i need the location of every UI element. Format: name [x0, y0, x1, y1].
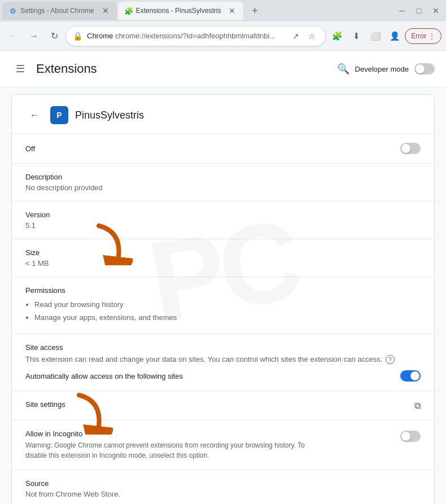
- close-button[interactable]: ✕: [428, 3, 444, 19]
- version-value: 5.1: [25, 221, 421, 230]
- star-icon[interactable]: ☆: [305, 29, 318, 43]
- extension-detail-panel: ← P PinusSylvestris Off Description No d…: [11, 94, 435, 504]
- toolbar-right: 🧩 ⬇ ⬜ 👤 Error ⋮: [328, 27, 441, 45]
- error-label: Error: [411, 32, 426, 40]
- developer-mode-label: Developer mode: [355, 65, 409, 73]
- site-access-row: Site access This extension can read and …: [12, 334, 434, 392]
- allow-incognito-label: Allow in Incognito: [25, 430, 389, 438]
- external-link-icon[interactable]: ⧉: [414, 401, 421, 411]
- share-icon[interactable]: ↗: [289, 29, 303, 43]
- developer-mode-toggle[interactable]: [414, 63, 435, 74]
- allow-incognito-warning: Warning: Google Chrome cannot prevent ex…: [25, 440, 308, 461]
- permissions-row: Permissions Read your browsing history M…: [12, 277, 434, 334]
- maximize-button[interactable]: □: [411, 3, 427, 19]
- incognito-row: Allow in Incognito Warning: Google Chrom…: [12, 420, 434, 470]
- main-panel: ← P PinusSylvestris Off Description No d…: [0, 87, 446, 504]
- tab-layout-icon[interactable]: ⬜: [366, 27, 384, 45]
- size-label: Size: [25, 248, 421, 257]
- tab-extensions-close[interactable]: ✕: [228, 6, 237, 15]
- extension-icon: P: [50, 106, 68, 124]
- minimize-button[interactable]: ─: [394, 3, 410, 19]
- permissions-label: Permissions: [25, 286, 421, 295]
- site-settings-row[interactable]: Site settings ⧉: [12, 391, 434, 420]
- extensions-favicon: 🧩: [125, 7, 133, 15]
- extension-name: PinusSylvestris: [75, 109, 144, 121]
- source-row: Source Not from Chrome Web Store.: [12, 470, 434, 504]
- tab-settings[interactable]: ⚙ Settings - About Chrome ✕: [2, 2, 117, 20]
- site-settings-label: Site settings: [25, 400, 65, 409]
- extensions-header: ☰ Extensions 🔍 Developer mode: [0, 51, 446, 87]
- permissions-list: Read your browsing history Manage your a…: [25, 298, 421, 325]
- source-label: Source: [25, 479, 421, 488]
- window-controls: ─ □ ✕: [394, 3, 444, 19]
- url-path: chrome://extensions/?id=adhfeophhbmlmafd…: [115, 32, 276, 40]
- allow-incognito-toggle[interactable]: [400, 431, 421, 442]
- tab-settings-close[interactable]: ✕: [101, 6, 110, 15]
- omnibox-actions: ↗ ☆: [289, 29, 318, 43]
- url-domain: Chrome: [87, 32, 113, 40]
- forward-button[interactable]: →: [25, 27, 43, 45]
- search-icon[interactable]: 🔍: [337, 63, 349, 75]
- tab-extensions-label: Extensions - PinusSylvestris: [136, 7, 221, 15]
- help-icon[interactable]: ?: [386, 355, 395, 364]
- description-row: Description No description provided: [12, 164, 434, 201]
- extension-enabled-toggle[interactable]: [400, 143, 421, 154]
- size-value: < 1 MB: [25, 259, 421, 268]
- settings-favicon: ⚙: [9, 7, 17, 15]
- content-area[interactable]: ← P PinusSylvestris Off Description No d…: [0, 87, 446, 504]
- site-access-description: This extension can read and change your …: [25, 354, 421, 365]
- omnibox[interactable]: 🔒 Chrome chrome://extensions/?id=adhfeop…: [65, 26, 326, 46]
- page-content: ☰ Extensions 🔍 Developer mode ← P PinusS…: [0, 51, 446, 504]
- site-access-label: Site access: [25, 343, 421, 352]
- off-label: Off: [25, 144, 35, 153]
- header-right: 🔍 Developer mode: [337, 63, 435, 75]
- error-more-icon: ⋮: [428, 32, 435, 40]
- new-tab-button[interactable]: +: [247, 3, 263, 19]
- address-bar: ← → ↻ 🔒 Chrome chrome://extensions/?id=a…: [0, 21, 446, 51]
- permission-item-2: Manage your apps, extensions, and themes: [34, 311, 421, 324]
- title-bar: ⚙ Settings - About Chrome ✕ 🧩 Extensions…: [0, 0, 446, 21]
- description-label: Description: [25, 173, 421, 181]
- size-row: Size < 1 MB: [12, 239, 434, 277]
- source-value: Not from Chrome Web Store.: [25, 490, 421, 498]
- extension-header-row: ← P PinusSylvestris: [12, 95, 434, 134]
- description-value: No description provided: [25, 183, 421, 192]
- lock-icon: 🔒: [73, 32, 82, 41]
- url-display: Chrome chrome://extensions/?id=adhfeophh…: [87, 32, 285, 40]
- auto-allow-label: Automatically allow access on the follow…: [25, 372, 183, 380]
- version-label: Version: [25, 211, 421, 219]
- version-row: Version 5.1: [12, 201, 434, 239]
- enabled-row: Off: [12, 134, 434, 164]
- error-button[interactable]: Error ⋮: [405, 28, 441, 44]
- permission-item-1: Read your browsing history: [34, 298, 421, 311]
- back-to-extensions-button[interactable]: ←: [25, 106, 43, 124]
- back-button[interactable]: ←: [5, 27, 23, 45]
- refresh-button[interactable]: ↻: [45, 27, 63, 45]
- hamburger-menu[interactable]: ☰: [11, 60, 29, 78]
- auto-allow-row: Automatically allow access on the follow…: [25, 370, 421, 382]
- extensions-title: Extensions: [36, 62, 97, 76]
- extensions-icon[interactable]: 🧩: [328, 27, 346, 45]
- tab-extensions[interactable]: 🧩 Extensions - PinusSylvestris ✕: [118, 2, 244, 20]
- auto-allow-toggle[interactable]: [400, 370, 421, 382]
- download-icon[interactable]: ⬇: [347, 27, 365, 45]
- profile-icon[interactable]: 👤: [386, 27, 404, 45]
- tab-settings-label: Settings - About Chrome: [20, 7, 94, 15]
